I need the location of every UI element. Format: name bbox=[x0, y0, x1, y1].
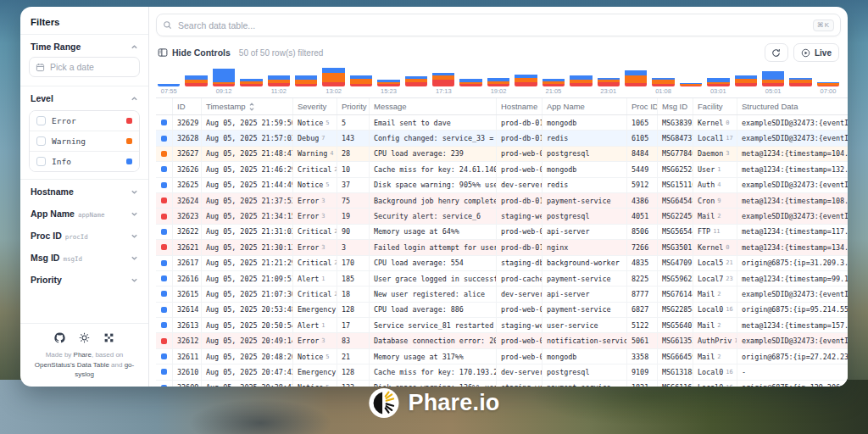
timeline-bar[interactable] bbox=[322, 66, 344, 86]
column-header-proc-id[interactable]: Proc ID bbox=[627, 98, 658, 114]
table-row[interactable]: 32617Aug 05, 2025 21:21:29Critical2170CP… bbox=[156, 256, 848, 271]
table-row[interactable]: 32613Aug 05, 2025 20:50:54Alert117Servic… bbox=[156, 318, 848, 333]
timeline-bar[interactable] bbox=[432, 66, 454, 86]
cell-msg: CPU load average: 886 bbox=[370, 303, 497, 317]
timeline-bar[interactable] bbox=[789, 66, 811, 86]
timeline-bar[interactable] bbox=[158, 66, 180, 86]
timeline-bar[interactable] bbox=[240, 66, 262, 86]
table-row[interactable]: 32610Aug 05, 2025 20:47:42Emergency0128C… bbox=[156, 364, 848, 380]
cell-ts: Aug 05, 2025 20:38:41 bbox=[202, 381, 293, 387]
timeline-tick-label bbox=[789, 86, 811, 96]
section-badge: appName bbox=[78, 211, 105, 219]
timeline-bar[interactable] bbox=[735, 66, 757, 86]
table-row[interactable]: 32616Aug 05, 2025 21:09:51Alert1185User … bbox=[156, 271, 848, 287]
cell-pri: 17 bbox=[337, 318, 370, 332]
cell-facility: Auth4 bbox=[693, 178, 737, 192]
section-priority[interactable]: Priority bbox=[29, 268, 140, 290]
table-row[interactable]: 32624Aug 05, 2025 21:37:53Error375Backgr… bbox=[156, 193, 848, 209]
table-row[interactable]: 32612Aug 05, 2025 20:49:14Error383Databa… bbox=[156, 333, 848, 348]
timeline-bar-slot: 15:23 bbox=[377, 66, 399, 96]
cell-severity: Critical2 bbox=[293, 162, 337, 176]
table-row[interactable]: 32626Aug 05, 2025 21:46:29Critical210Cac… bbox=[156, 162, 848, 177]
checkbox[interactable] bbox=[36, 136, 46, 146]
column-header-app-name[interactable]: App Name bbox=[542, 98, 627, 114]
timeline-bar[interactable] bbox=[213, 66, 235, 86]
table-row[interactable]: 32625Aug 05, 2025 21:44:49Notice537Disk … bbox=[156, 178, 848, 193]
cell-level bbox=[156, 349, 173, 364]
table-row[interactable]: 32623Aug 05, 2025 21:34:15Error319Securi… bbox=[156, 209, 848, 224]
column-header-timestamp[interactable]: Timestamp bbox=[202, 98, 293, 114]
checkbox[interactable] bbox=[36, 116, 46, 125]
table-row[interactable]: 32615Aug 05, 2025 21:07:30Critical218New… bbox=[156, 287, 848, 302]
sun-theme-icon[interactable] bbox=[79, 332, 90, 343]
timeline-bar[interactable] bbox=[487, 66, 509, 86]
timeline-bar[interactable] bbox=[268, 66, 290, 86]
timeline-bar[interactable] bbox=[707, 66, 729, 86]
timeline-bar[interactable] bbox=[652, 66, 674, 86]
column-header-severity[interactable]: Severity bbox=[293, 98, 337, 114]
table-row[interactable]: 32622Aug 05, 2025 21:31:03Critical290Mem… bbox=[156, 225, 848, 240]
table-row[interactable]: 32629Aug 05, 2025 21:59:50Notice55Email … bbox=[156, 115, 848, 131]
timeline-bar[interactable] bbox=[295, 66, 317, 86]
cell-severity: Debug7 bbox=[293, 131, 337, 145]
cell-pri: 83 bbox=[337, 333, 370, 348]
section-msg-id[interactable]: Msg IDmsgId bbox=[29, 246, 140, 268]
timeline-bar[interactable] bbox=[817, 66, 839, 86]
filters-title: Filters bbox=[29, 15, 140, 34]
cell-msg: CPU load average: 554 bbox=[370, 256, 497, 270]
column-header-structured-data[interactable]: Structured Data bbox=[737, 98, 848, 114]
column-header-priority[interactable]: Priority bbox=[337, 98, 370, 114]
section-app-name[interactable]: App NameappName bbox=[29, 202, 140, 224]
cell-proc: 8484 bbox=[627, 147, 658, 161]
column-header-hostname[interactable]: Hostname bbox=[497, 98, 542, 114]
section-proc-id[interactable]: Proc IDprocId bbox=[29, 224, 140, 246]
timeline-bar[interactable] bbox=[680, 66, 702, 86]
date-picker-input[interactable]: Pick a date bbox=[29, 57, 140, 77]
cell-ts: Aug 05, 2025 20:49:14 bbox=[202, 333, 293, 348]
timeline-bar[interactable] bbox=[405, 66, 427, 86]
cell-severity: Critical2 bbox=[293, 256, 337, 270]
table-row[interactable]: 32609Aug 05, 2025 20:38:41Notice5133Disk… bbox=[156, 381, 848, 387]
timeline-bar[interactable] bbox=[625, 66, 647, 86]
timeline-bar[interactable] bbox=[459, 66, 481, 86]
cell-msgid: MSG22854 bbox=[658, 303, 693, 317]
checkbox[interactable] bbox=[36, 157, 46, 166]
table-row[interactable]: 32614Aug 05, 2025 20:53:48Emergency0128C… bbox=[156, 303, 848, 318]
search-input[interactable] bbox=[178, 20, 807, 31]
column-header-facility[interactable]: Facility bbox=[693, 98, 737, 114]
live-button[interactable]: Live bbox=[793, 43, 839, 62]
table-row[interactable]: 32611Aug 05, 2025 20:48:20Notice521Memor… bbox=[156, 349, 848, 364]
level-option-warning[interactable]: Warning bbox=[30, 131, 139, 151]
column-header-id[interactable]: ID bbox=[173, 98, 202, 114]
section-time-range[interactable]: Time Range bbox=[29, 35, 140, 57]
timeline-bar[interactable] bbox=[598, 66, 620, 86]
github-icon[interactable] bbox=[54, 332, 65, 343]
column-header-message[interactable]: Message bbox=[370, 98, 497, 114]
table-row[interactable]: 32628Aug 05, 2025 21:57:03Debug7143Confi… bbox=[156, 131, 848, 146]
timeline-bar[interactable] bbox=[350, 66, 372, 86]
hide-controls-button[interactable]: Hide Controls bbox=[158, 47, 231, 58]
section-hostname[interactable]: Hostname bbox=[29, 180, 140, 202]
cell-proc: 8777 bbox=[627, 287, 658, 301]
timeline-bar[interactable] bbox=[570, 66, 592, 86]
timeline-bar[interactable] bbox=[377, 66, 399, 86]
cell-level bbox=[156, 364, 173, 379]
cell-app: postgresql bbox=[542, 147, 627, 161]
cell-host: dev-server-… bbox=[497, 364, 542, 379]
timeline-bar[interactable] bbox=[542, 66, 565, 86]
table-row[interactable]: 32621Aug 05, 2025 21:30:13Error33Failed … bbox=[156, 240, 848, 255]
cell-level bbox=[156, 303, 173, 317]
timeline-bar[interactable] bbox=[762, 66, 784, 86]
level-option-info[interactable]: Info bbox=[30, 151, 139, 171]
timeline-bar[interactable] bbox=[515, 66, 537, 86]
table-row[interactable]: 32627Aug 05, 2025 21:48:47Warning428CPU … bbox=[156, 147, 848, 162]
section-level[interactable]: Level bbox=[29, 86, 140, 108]
sort-icon bbox=[248, 103, 255, 111]
level-option-error[interactable]: Error bbox=[30, 111, 139, 131]
column-header-msg-id[interactable]: Msg ID bbox=[658, 98, 693, 114]
refresh-button[interactable] bbox=[765, 43, 788, 62]
timeline-bar[interactable] bbox=[185, 66, 207, 86]
cell-host: staging-web… bbox=[497, 209, 542, 223]
grid-logo-icon[interactable] bbox=[103, 332, 114, 343]
cell-ts: Aug 05, 2025 20:47:42 bbox=[202, 364, 293, 379]
